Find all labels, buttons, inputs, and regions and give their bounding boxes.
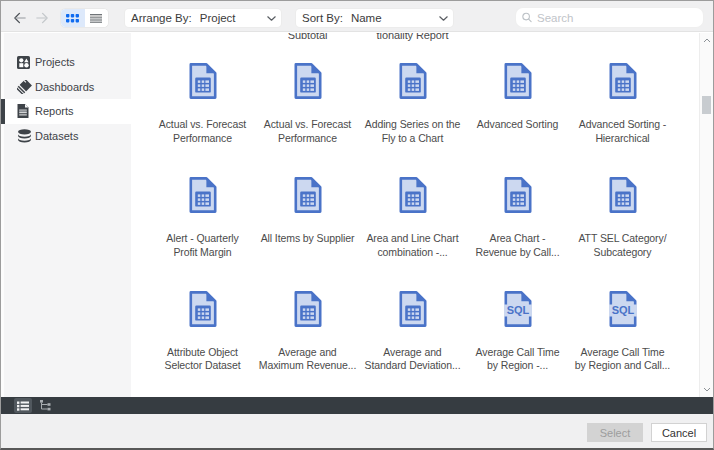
item-label: Area Chart -Revenue by Call... <box>465 232 570 259</box>
grid-item-partial[interactable]: tionality Report <box>360 33 465 42</box>
view-toggle <box>61 9 108 27</box>
grid-document-icon <box>189 177 217 213</box>
select-button[interactable]: Select <box>587 423 643 442</box>
grid-document-icon <box>504 177 532 213</box>
dashboards-icon <box>17 80 31 94</box>
item-label: Average Call Timeby Region -... <box>465 346 570 373</box>
item-label: Actual vs. ForecastPerformance <box>255 118 360 145</box>
item-label: Average andMaximum Revenue... <box>255 346 360 373</box>
forward-arrow-icon <box>36 12 48 24</box>
scrollbar-thumb[interactable] <box>702 96 711 114</box>
cancel-button[interactable]: Cancel <box>651 423 707 442</box>
grid-document-icon <box>294 63 322 99</box>
grid-item[interactable]: Area and Line Chartcombination -... <box>360 177 465 259</box>
sidebar-item-label: Datasets <box>35 130 78 142</box>
grid-row: Attribute ObjectSelector DatasetAverage … <box>131 291 700 373</box>
sidebar-item-reports[interactable]: Reports <box>4 99 131 124</box>
grid-document-icon <box>189 291 217 327</box>
item-label: Adding Series on theFly to a Chart <box>360 118 465 145</box>
grid-item[interactable]: Actual vs. ForecastPerformance <box>150 63 255 145</box>
item-label: ATT SEL Category/Subcategory <box>570 232 675 259</box>
chevron-down-icon <box>439 16 448 21</box>
grid-item[interactable]: Adding Series on theFly to a Chart <box>360 63 465 145</box>
datasets-icon <box>17 129 31 143</box>
grid-row: Actual vs. ForecastPerformanceActual vs.… <box>131 63 700 145</box>
grid-item-partial[interactable]: Subtotal <box>255 33 360 42</box>
scroll-up-button[interactable] <box>700 34 713 47</box>
sql-document-icon: SQL <box>504 291 532 327</box>
dialog-body: ProjectsDashboardsReportsDatasets Subtot… <box>1 33 713 397</box>
grid-item[interactable]: ATT SEL Category/Subcategory <box>570 177 675 259</box>
chevron-up-icon <box>703 38 711 43</box>
grid-item[interactable]: Average andStandard Deviation... <box>360 291 465 373</box>
scroll-down-button[interactable] <box>700 383 713 396</box>
forward-button[interactable] <box>36 10 48 26</box>
item-label: Advanced Sorting <box>465 118 570 132</box>
arrange-by-dropdown[interactable]: Arrange By: Project <box>125 9 281 27</box>
grid-item-partial <box>465 33 570 42</box>
item-label: Actual vs. ForecastPerformance <box>150 118 255 145</box>
item-label: Advanced Sorting -Hierarchical <box>570 118 675 145</box>
item-label: Alert - QuarterlyProfit Margin <box>150 232 255 259</box>
detail-list-view-button[interactable] <box>14 398 32 413</box>
sidebar-item-datasets[interactable]: Datasets <box>4 124 131 149</box>
grid-document-icon <box>609 63 637 99</box>
grid-view-button[interactable] <box>61 9 85 27</box>
grid-item[interactable]: All Items by Supplier <box>255 177 360 259</box>
grid-item[interactable]: Actual vs. ForecastPerformance <box>255 63 360 145</box>
sort-by-label: Sort By: <box>302 12 343 24</box>
grid-document-icon <box>609 177 637 213</box>
grid-item[interactable]: Attribute ObjectSelector Dataset <box>150 291 255 373</box>
grid-document-icon <box>399 63 427 99</box>
item-label: Attribute ObjectSelector Dataset <box>150 346 255 373</box>
back-button[interactable] <box>14 10 26 26</box>
search-icon <box>522 12 532 23</box>
sidebar-item-projects[interactable]: Projects <box>4 50 131 75</box>
grid-document-icon <box>294 291 322 327</box>
grid-document-icon <box>189 63 217 99</box>
back-arrow-icon <box>14 12 26 24</box>
sidebar-item-label: Dashboards <box>35 81 94 93</box>
file-picker-dialog: Arrange By: Project Sort By: Name Projec… <box>0 0 714 450</box>
search-box[interactable] <box>516 8 703 27</box>
sort-by-value: Name <box>351 12 382 24</box>
grid-item[interactable]: SQLAverage Call Timeby Region and Call..… <box>570 291 675 373</box>
reports-icon <box>17 104 31 118</box>
item-label: Average Call Timeby Region and Call... <box>570 346 675 373</box>
grid-item[interactable]: SQLAverage Call Timeby Region -... <box>465 291 570 373</box>
toolbar: Arrange By: Project Sort By: Name <box>1 1 713 32</box>
sql-document-icon: SQL <box>609 291 637 327</box>
view-mode-bar <box>1 397 713 414</box>
vertical-scrollbar[interactable] <box>699 33 713 397</box>
sidebar-item-label: Projects <box>35 56 75 68</box>
arrange-by-label: Arrange By: <box>131 12 192 24</box>
item-label: Area and Line Chartcombination -... <box>360 232 465 259</box>
list-view-button[interactable] <box>85 9 109 27</box>
grid-item[interactable]: Advanced Sorting <box>465 63 570 145</box>
grid-view-icon <box>66 14 79 23</box>
detail-list-icon <box>17 401 29 411</box>
grid-document-icon <box>399 177 427 213</box>
sidebar-item-dashboards[interactable]: Dashboards <box>4 75 131 100</box>
tree-view-button[interactable] <box>36 398 54 413</box>
chevron-down-icon <box>267 16 276 21</box>
grid-item-partial <box>150 33 255 42</box>
sort-by-dropdown[interactable]: Sort By: Name <box>296 9 453 27</box>
search-input[interactable] <box>537 12 697 24</box>
list-view-icon <box>90 14 102 23</box>
svg-text:SQL: SQL <box>506 304 529 316</box>
item-label: Average andStandard Deviation... <box>360 346 465 373</box>
item-label-partial: tionality Report <box>360 33 465 42</box>
grid-item[interactable]: Alert - QuarterlyProfit Margin <box>150 177 255 259</box>
grid-item[interactable]: Average andMaximum Revenue... <box>255 291 360 373</box>
grid-item-partial <box>570 33 675 42</box>
tree-view-icon <box>39 400 51 411</box>
grid-document-icon <box>504 63 532 99</box>
projects-icon <box>17 55 31 69</box>
sidebar-list: ProjectsDashboardsReportsDatasets <box>4 50 131 148</box>
item-label: All Items by Supplier <box>255 232 360 246</box>
chevron-down-icon <box>703 387 711 392</box>
grid-item[interactable]: Area Chart -Revenue by Call... <box>465 177 570 259</box>
grid-item[interactable]: Advanced Sorting -Hierarchical <box>570 63 675 145</box>
sidebar: ProjectsDashboardsReportsDatasets <box>1 33 131 397</box>
